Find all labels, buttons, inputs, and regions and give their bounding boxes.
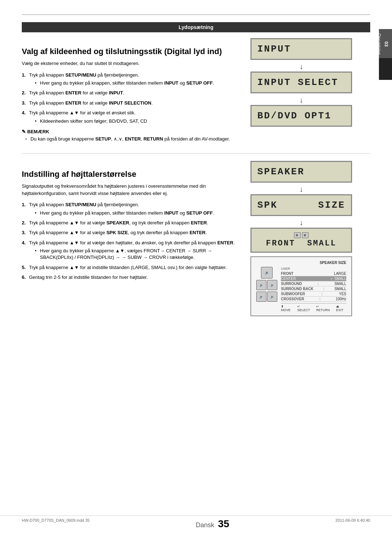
section1-steps: 1. Tryk på knappen SETUP/MENU på fjernbe…	[22, 72, 240, 125]
spk-row-subwoofer: SUBWOOFER : YES	[281, 292, 346, 297]
footer-left: HW-D700_D770S_DAN_0609.indd 35	[22, 518, 90, 530]
spk-nav-return: ↩ RETURN	[316, 305, 332, 312]
spk-nav-move: ⬍ MOVE	[281, 305, 293, 312]
side-tab: 03 Opsætning	[379, 29, 392, 59]
section1-right: INPUT ↓ INPUT SELECT ↓ BD/DVD OPT1	[250, 38, 352, 146]
spk-sback-value: SMALL	[334, 287, 346, 291]
lcd1: INPUT ↓	[250, 38, 352, 70]
side-tab-label: Opsætning	[376, 33, 381, 55]
step4-num: 4.	[22, 109, 26, 117]
spk-icon-front: 🔊	[261, 267, 273, 278]
spk-front-label: FRONT	[281, 272, 293, 276]
section1-step2: 2. Tryk på knappen ENTER for at vælge IN…	[22, 89, 240, 97]
lcd5-left: SPK	[257, 200, 278, 211]
spk-icon-center: 🔊	[267, 280, 277, 290]
spk-sback-sep: :	[323, 287, 324, 291]
lcd5-display: SPK SIZE	[250, 194, 352, 216]
lcd6-icon1: ⊙	[294, 232, 301, 238]
spk-front-value: LARGE	[334, 272, 346, 276]
bemærk-icon: ✎	[22, 129, 26, 134]
spk-icon-group2: 🔊 🔊	[256, 292, 277, 302]
section1: Valg af kildeenhed og tilslutningsstik (…	[22, 38, 352, 146]
bemærk-label: BEMÆRK	[27, 129, 49, 134]
side-tab-black-block	[379, 58, 392, 80]
section2-step5: 5. Tryk på knapperne ▲▼ for at indstille…	[22, 264, 240, 271]
section2-steps: 1. Tryk på knappen SETUP/MENU på fjernbe…	[22, 201, 240, 281]
page-container: 03 Opsætning Lydopsætning Valg af kildee…	[0, 0, 392, 537]
spk-center-label: CENTER	[281, 277, 296, 281]
section2-right: SPEAKER ↓ SPK SIZE ↓ ⊙ ⊙	[250, 161, 352, 316]
section2-step6: 6. Gentag trin 2-5 for at indstille tils…	[22, 274, 240, 281]
spk-row-surround: SURROUND : SMALL	[281, 281, 346, 286]
section2-title: Indstilling af højttalerstørrelse	[22, 170, 240, 179]
lcd6-right: SMALL	[307, 239, 336, 248]
section2-step3: 3. Tryk på knapperne ▲▼ for at vælge SPK…	[22, 229, 240, 236]
lcd3-text: BD/DVD OPT1	[257, 110, 332, 121]
section2-step1: 1. Tryk på knappen SETUP/MENU på fjernbe…	[22, 201, 240, 216]
spk-cross-sep: :	[319, 297, 320, 301]
spk-icons: 🔊 🔊 🔊 🔊 🔊	[256, 267, 277, 312]
section-header: Lydopsætning	[22, 22, 370, 32]
step1-bullet1: Hver gang du trykker på knappen, skifter…	[35, 80, 240, 86]
section2-step1-bullets: Hver gang du trykker på knappen, skifter…	[35, 210, 240, 216]
section2-left: Indstilling af højttalerstørrelse Signal…	[22, 161, 240, 316]
section1-step1: 1. Tryk på knappen SETUP/MENU på fjernbe…	[22, 72, 240, 87]
section1-title: Valg af kildeenhed og tilslutningsstik (…	[22, 47, 240, 56]
lcd2-display: INPUT SELECT	[250, 72, 352, 93]
lcd6-icons: ⊙ ⊙	[294, 232, 309, 238]
lcd6-left: FRONT	[266, 239, 295, 248]
section2-step4-bullets: Hver gang du trykker på knapperne ▲▼, væ…	[35, 248, 240, 261]
lcd4-text: SPEAKER	[257, 166, 305, 177]
spk-rows: USER FRONT LARGE CENTER ✓ SMALL SURROUND	[281, 267, 346, 312]
spk-icon-surr2: 🔊	[267, 292, 277, 302]
footer-page-number: Dansk 35	[196, 518, 229, 530]
lcd5-arrow: ↓	[250, 219, 352, 226]
step2-num: 2.	[22, 89, 26, 97]
section2-step4-bullet1: Hver gang du trykker på knapperne ▲▼, væ…	[35, 248, 240, 261]
section2-step1-bullet1: Hver gang du trykker på knappen, skifter…	[35, 210, 240, 216]
section1-step3: 3. Tryk på knappen ENTER for at vælge IN…	[22, 99, 240, 107]
section2-layout: Indstilling af højttalerstørrelse Signal…	[22, 161, 352, 316]
spk-sback-label: SURROUND BACK	[281, 287, 313, 291]
lcd2: INPUT SELECT ↓	[250, 72, 352, 103]
section2: Indstilling af højttalerstørrelse Signal…	[22, 161, 352, 316]
spk-icon-group: 🔊 🔊	[256, 280, 277, 290]
lcd1-arrow: ↓	[250, 63, 352, 70]
bemærk-list: Du kan også bruge knapperne SETUP, ∧,∨, …	[25, 136, 240, 142]
section1-intro: Vælg de eksterne enheder, du har sluttet…	[22, 60, 240, 67]
lcd4: SPEAKER ↓	[250, 161, 352, 193]
lcd2-arrow: ↓	[250, 96, 352, 103]
spk-nav-row: ⬍ MOVE ↵ SELECT ↩ RETURN ⏏ EXIT	[281, 303, 346, 312]
section2-step2: 2. Tryk på knapperne ▲▼ for at vælge SPE…	[22, 219, 240, 227]
side-tab-number: 03	[384, 41, 389, 46]
spk-row-sback: SURROUND BACK : SMALL	[281, 286, 346, 292]
section-divider	[22, 153, 370, 154]
spk-cross-label: CROSSOVER	[281, 297, 304, 301]
spk-sub-value: YES	[339, 292, 346, 296]
step1-bullets: Hver gang du trykker på knappen, skifter…	[35, 80, 240, 86]
footer-right: 2011-06-09 6:40:40	[335, 518, 370, 530]
lcd3-display: BD/DVD OPT1	[250, 105, 352, 127]
lcd2-text: INPUT SELECT	[257, 77, 338, 88]
spk-row-front: FRONT LARGE	[281, 271, 346, 276]
lcd3: BD/DVD OPT1	[250, 105, 352, 127]
section1-step4: 4. Tryk på knapperne ▲▼ for at vælge et …	[22, 109, 240, 125]
spk-sub-label: SUBWOOFER	[281, 292, 305, 296]
spk-nav-select: ↵ SELECT	[297, 305, 312, 312]
top-divider	[22, 15, 370, 15]
bemærk-item1: Du kan også bruge knapperne SETUP, ∧,∨, …	[25, 136, 240, 142]
spk-table-title: SPEAKER SIZE	[256, 261, 346, 265]
spk-sub-sep: :	[322, 292, 323, 296]
lcd4-arrow: ↓	[250, 186, 352, 193]
section2-intro: Signaloutputtet og frekvensområdet fra h…	[22, 183, 240, 197]
spk-table-inner: 🔊 🔊 🔊 🔊 🔊	[256, 267, 346, 312]
spk-center-value: ✓ SMALL	[330, 277, 346, 281]
page-label: Dansk	[196, 521, 214, 529]
section1-left: Valg af kildeenhed og tilslutningsstik (…	[22, 38, 240, 146]
spk-row-crossover: CROSSOVER : 100Hz	[281, 297, 346, 302]
lcd6-text: FRONT SMALL	[266, 239, 336, 248]
page-number: 35	[218, 518, 229, 530]
bemærk-section: ✎ BEMÆRK Du kan også bruge knapperne SET…	[22, 129, 240, 142]
page-footer: HW-D700_D770S_DAN_0609.indd 35 Dansk 35 …	[0, 516, 392, 530]
spk-row-center: CENTER ✓ SMALL	[281, 276, 346, 281]
